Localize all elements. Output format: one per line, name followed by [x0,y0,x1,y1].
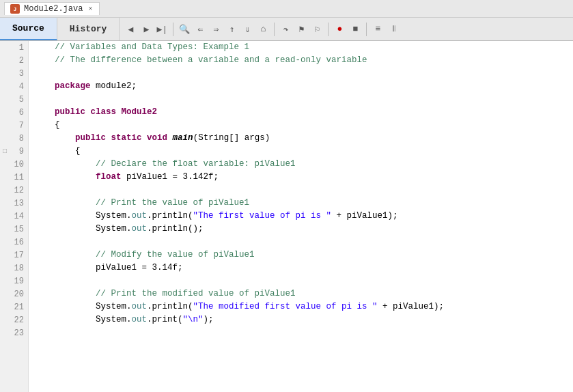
line-num-11: 11 [0,171,28,184]
code-line-11: float piValue1 = 3.142f; [34,171,573,184]
pause-icon[interactable]: ■ [348,23,362,36]
toolbar-icons: ◀ ▶ ▶| 🔍 ⇐ ⇒ ⇑ ⇓ ⌂ ↷ ⚑ ⚐ ● ■ ≡ ⦀ [120,23,404,36]
line-num-4: 4 [0,80,28,93]
tab-source[interactable]: Source [0,18,57,40]
code-line-12 [34,184,573,197]
mark1-icon[interactable]: ⚑ [294,23,308,36]
code-line-10: // Declare the float variable: piValue1 [34,158,573,171]
forward-icon[interactable]: ▶ [139,23,153,36]
nav-down-icon[interactable]: ⇓ [240,23,254,36]
line-num-16: 16 [0,236,28,249]
file-tab[interactable]: J Module2.java × [4,2,100,15]
zoom-icon[interactable]: 🔍 [178,23,191,36]
line-num-8: 8 [0,132,28,145]
line-num-3: 3 [0,67,28,80]
title-bar: J Module2.java × [0,0,573,18]
line-num-13: 13 [0,197,28,210]
line-num-10: 10 [0,158,28,171]
code-line-3 [34,67,573,80]
nav-home-icon[interactable]: ⌂ [256,23,270,36]
goto-icon[interactable]: ↷ [279,23,292,36]
line-num-1: 1 [0,41,28,54]
line-num-20: 20 [0,288,28,300]
code-line-23 [34,326,573,339]
line-num-23: 23 [0,326,28,339]
back-icon[interactable]: ◀ [124,23,137,36]
code-line-13: // Print the value of piValue1 [34,197,573,210]
code-line-20: // Print the modified value of piValue1 [34,288,573,300]
code-line-17: // Modify the value of piValue1 [34,249,573,262]
editor-area: 1 2 3 4 5 6 7 8 9 10 11 12 13 14 15 16 1… [0,41,573,392]
toolbar-sep-4 [366,23,367,36]
comment-2: // The difference between a variable and… [34,54,367,67]
line-num-9: 9 [0,145,28,158]
line-num-21: 21 [0,300,28,313]
code-line-21: System.out.println("The modified first v… [34,300,573,313]
last-icon[interactable]: ▶| [155,23,169,36]
toolbar-sep-2 [274,23,275,36]
code-line-15: System.out.println(); [34,223,573,236]
code-line-5 [34,93,573,106]
code-line-1: // Variables and Data Types: Example 1 [34,41,573,54]
java-icon: J [10,4,20,14]
stop-icon[interactable]: ● [333,23,346,36]
line-num-18: 18 [0,262,28,275]
line-num-17: 17 [0,249,28,262]
line-num-6: 6 [0,106,28,119]
toolbar-sep-3 [328,23,329,36]
tab-history[interactable]: History [57,18,120,40]
line-num-15: 15 [0,223,28,236]
code-line-9: { [34,145,573,158]
code-line-8: public static void main(String[] args) [34,132,573,145]
code-line-22: System.out.print("\n"); [34,313,573,326]
mark2-icon[interactable]: ⚐ [310,23,324,36]
line-numbers: 1 2 3 4 5 6 7 8 9 10 11 12 13 14 15 16 1… [0,41,29,392]
code-area[interactable]: // Variables and Data Types: Example 1 /… [29,41,573,392]
code-line-4: package module2; [34,80,573,93]
close-tab-button[interactable]: × [87,5,94,14]
code-line-19 [34,275,573,288]
line-num-19: 19 [0,275,28,288]
line-num-2: 2 [0,54,28,67]
toolbar-row: Source History ◀ ▶ ▶| 🔍 ⇐ ⇒ ⇑ ⇓ ⌂ ↷ ⚑ ⚐ … [0,18,573,41]
code-line-7: { [34,119,573,132]
nav-up-icon[interactable]: ⇑ [225,23,238,36]
line-num-12: 12 [0,184,28,197]
code-line-14: System.out.println("The first value of p… [34,210,573,223]
line-num-5: 5 [0,93,28,106]
code-line-16 [34,236,573,249]
code-line-18: piValue1 = 3.14f; [34,262,573,275]
line-num-14: 14 [0,210,28,223]
line-num-22: 22 [0,313,28,326]
comment-1: // Variables and Data Types: Example 1 [34,41,249,54]
line-num-7: 7 [0,119,28,132]
toolbar-sep-1 [173,23,173,36]
code-line-6: public class Module2 [34,106,573,119]
code-line-2: // The difference between a variable and… [34,54,573,67]
nav-next-icon[interactable]: ⇒ [209,23,223,36]
nav-prev-icon[interactable]: ⇐ [193,23,207,36]
align1-icon[interactable]: ≡ [371,23,385,36]
align2-icon[interactable]: ⦀ [387,23,400,36]
file-tab-label: Module2.java [24,4,83,14]
